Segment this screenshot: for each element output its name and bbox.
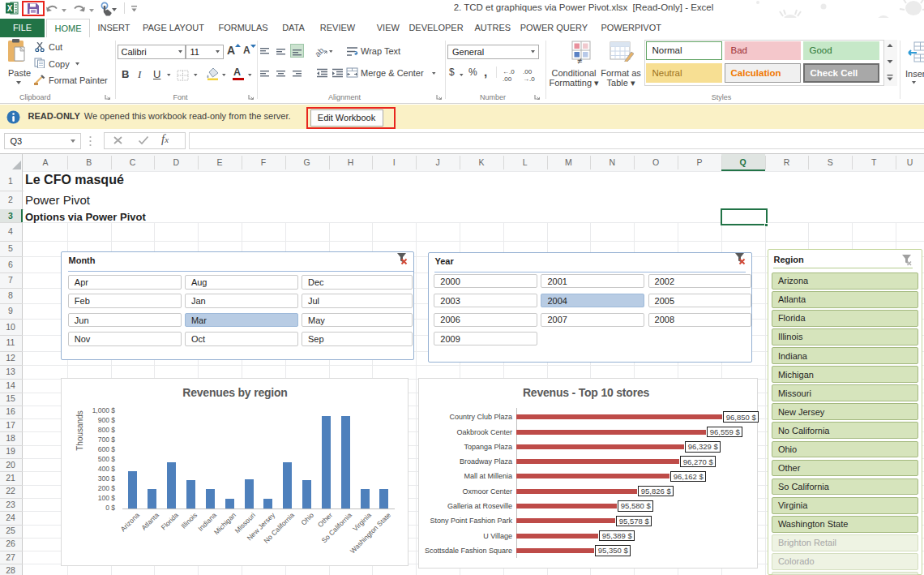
- svg-text:≠: ≠: [577, 56, 582, 65]
- svg-text:ab: ab: [314, 45, 326, 58]
- svg-text:X: X: [7, 4, 13, 13]
